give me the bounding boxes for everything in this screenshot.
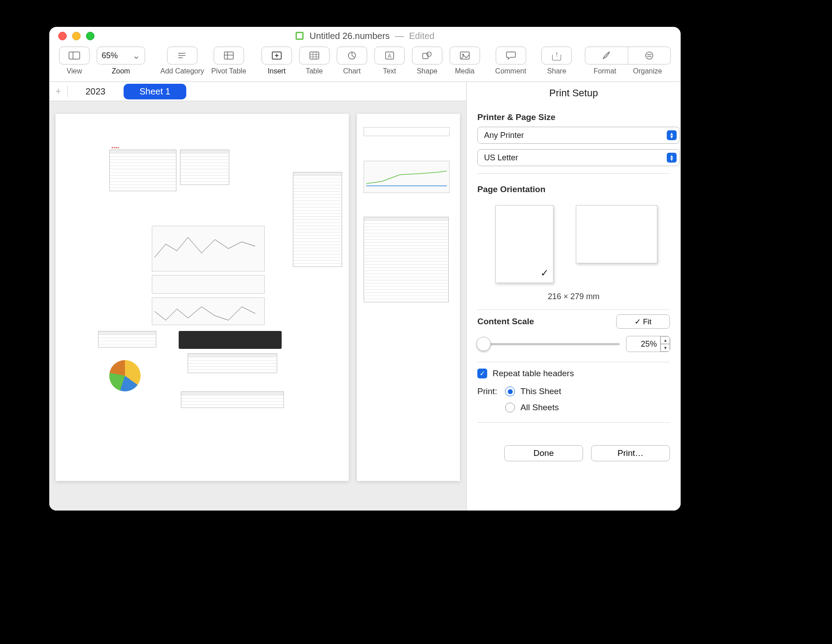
content-scale-field[interactable]: 25% ▲ ▼ [626,336,670,352]
content-scale-stepper[interactable]: ▲ ▼ [660,336,670,352]
share-button[interactable] [541,47,572,64]
chart-button[interactable] [337,47,367,64]
media-label: Media [455,67,475,75]
text-label: Text [383,67,396,75]
print-setup-sidebar: Print Setup Printer & Page Size Any Prin… [466,82,681,511]
tab-2023[interactable]: 2023 [69,84,122,99]
radio-this-sheet[interactable]: This Sheet [505,386,561,396]
sliders-icon [644,51,654,60]
table-icon [309,52,319,60]
text-icon: A [385,52,394,60]
comment-label: Comment [495,67,526,75]
radio-icon [505,386,515,396]
repeat-headers-label: Repeat table headers [493,369,574,378]
content-scale-slider[interactable] [477,343,620,345]
chart-label: Chart [343,67,360,75]
radio-all-sheets-label: All Sheets [520,403,559,412]
app-window: Untitled 26.numbers — Edited View 65% ⌄ … [49,27,681,511]
format-button[interactable] [585,51,628,60]
slider-knob[interactable] [476,337,491,351]
orientation-landscape[interactable] [576,205,657,263]
tab-separator [67,86,68,97]
svg-point-22 [427,52,431,56]
radio-all-sheets[interactable]: All Sheets [505,403,561,412]
pivot-table-label: Pivot Table [211,67,246,75]
chart-icon [347,51,356,60]
svg-rect-11 [310,52,319,59]
comment-button[interactable] [496,47,526,64]
svg-text:A: A [388,53,391,59]
add-category-label: Add Category [160,67,204,75]
comment-icon [506,51,516,60]
printer-select[interactable]: Any Printer ▲▼ [477,127,680,144]
print-button[interactable]: Print… [591,445,670,461]
print-page-1: ■ ■ ■ ■ [56,114,349,481]
zoom-label: Zoom [112,67,130,75]
media-button[interactable] [450,47,480,64]
radio-icon [505,403,515,412]
printer-page-size-label: Printer & Page Size [477,112,670,122]
chevron-down-icon: ⌄ [133,50,140,61]
content-area: + 2023 Sheet 1 ■ ■ ■ ■ [49,82,681,511]
print-preview-canvas[interactable]: ■ ■ ■ ■ [49,101,466,511]
format-label: Format [594,67,617,75]
pivot-icon [224,52,234,60]
orientation-dimensions: 216 × 279 mm [477,292,670,301]
done-button[interactable]: Done [504,445,583,461]
view-label: View [67,67,82,75]
numbers-document-icon [296,32,304,40]
svg-point-25 [646,52,653,59]
page-size-select-value: US Letter [484,153,518,163]
svg-point-24 [462,54,464,56]
sidebar-icon [69,52,80,60]
print-scope-label: Print: [477,386,497,396]
insert-label: Insert [268,67,286,75]
shape-label: Shape [417,67,437,75]
page-orientation-label: Page Orientation [477,185,670,194]
brush-icon [601,51,611,60]
view-button[interactable] [59,47,90,64]
content-scale-label: Content Scale [477,317,534,326]
sheet-tabs: + 2023 Sheet 1 [49,82,466,101]
fit-button[interactable]: ✓ Fit [616,314,670,329]
svg-rect-0 [69,52,80,59]
document-edited-status: Edited [409,31,434,41]
sidebar-title: Print Setup [477,87,670,99]
organize-label: Organize [633,67,662,75]
print-page-2 [357,114,460,481]
orientation-portrait[interactable]: ✓ [495,205,553,283]
updown-arrows-icon: ▲▼ [667,153,677,163]
list-plus-icon [177,52,187,60]
insert-button[interactable] [262,47,292,64]
shape-icon [422,51,432,60]
window-title: Untitled 26.numbers — Edited [49,31,681,41]
updown-arrows-icon: ▲▼ [667,130,677,140]
table-button[interactable] [299,47,330,64]
repeat-headers-checkbox[interactable]: ✓ [477,369,487,378]
printer-select-value: Any Printer [484,131,524,140]
svg-rect-5 [224,52,233,59]
format-organize-segmented [585,47,671,64]
stepper-down-icon[interactable]: ▼ [660,344,670,352]
toolbar: View 65% ⌄ Zoom Add Category Pivot Table [49,45,681,82]
zoom-value: 65% [102,51,118,60]
title-bar: Untitled 26.numbers — Edited [49,27,681,45]
share-label: Share [547,67,566,75]
zoom-button[interactable]: 65% ⌄ [97,47,145,64]
media-icon [460,52,470,60]
organize-button[interactable] [628,51,671,60]
radio-this-sheet-label: This Sheet [520,386,561,396]
shape-button[interactable] [412,47,442,64]
text-button[interactable]: A [374,47,405,64]
check-icon: ✓ [540,267,549,279]
insert-icon [272,52,282,60]
stepper-up-icon[interactable]: ▲ [660,336,670,344]
document-filename: Untitled 26.numbers [309,31,390,41]
tab-sheet-1[interactable]: Sheet 1 [124,84,187,99]
pivot-table-button[interactable] [214,47,244,64]
page-size-select[interactable]: US Letter ▲▼ [477,149,680,166]
add-category-button[interactable] [167,47,197,64]
table-label: Table [306,67,323,75]
title-separator: — [395,31,404,41]
add-sheet-button[interactable]: + [49,86,67,97]
